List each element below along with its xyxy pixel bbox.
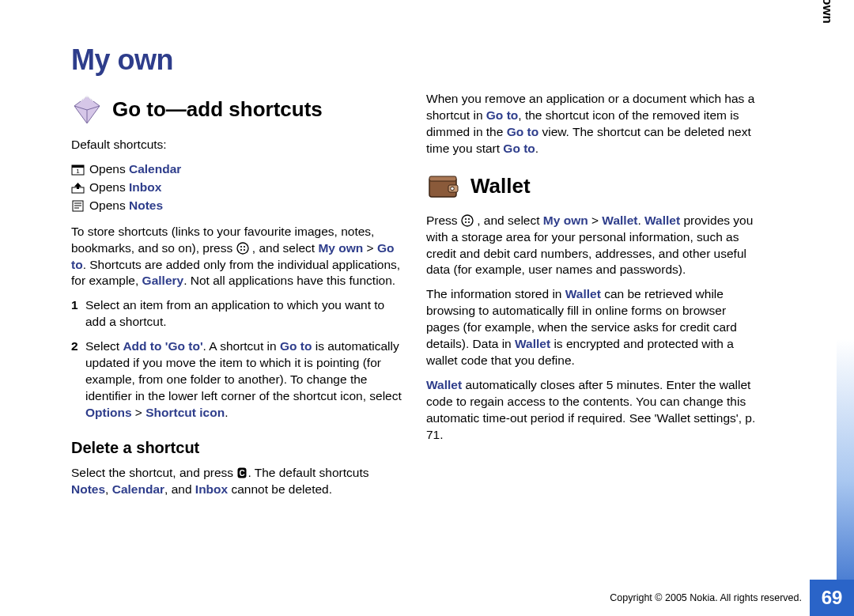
step-1: Select an item from an application to wh… (71, 297, 404, 331)
left-column: Go to—add shortcuts Default shortcuts: 1… (71, 91, 404, 506)
step-2: Select Add to 'Go to'. A shortcut in Go … (71, 338, 404, 421)
goto-paragraph-1: To store shortcuts (links to your favour… (71, 224, 404, 290)
right-column: When you remove an application or a docu… (426, 91, 759, 506)
clear-key-icon: C (236, 467, 248, 479)
goto-steps: Select an item from an application to wh… (71, 297, 404, 421)
wallet-paragraph-2: The information stored in Wallet can be … (426, 286, 759, 369)
wallet-icon (426, 172, 461, 202)
inbox-icon (71, 182, 85, 194)
section-wallet-header: Wallet (426, 172, 759, 202)
page-number: 69 (810, 580, 854, 616)
svg-point-12 (243, 246, 244, 248)
shortcut-row: Opens Inbox (71, 180, 404, 196)
default-shortcuts-list: 1 Opens Calendar Opens Inbox (71, 161, 404, 214)
svg-point-14 (243, 249, 244, 251)
wallet-paragraph-1: Press , and select My own > Wallet. Wall… (426, 213, 759, 279)
section-wallet-title: Wallet (470, 172, 531, 200)
wallet-paragraph-3: Wallet automatically closes after 5 minu… (426, 377, 759, 444)
svg-point-21 (465, 218, 467, 220)
section-goto-header: Go to—add shortcuts (71, 94, 404, 126)
page-title: My own (71, 43, 759, 77)
svg-point-13 (240, 249, 241, 251)
shortcut-row: 1 Opens Calendar (71, 161, 404, 178)
page-content: My own Go to—add shortcuts Default (71, 43, 759, 506)
svg-rect-18 (429, 176, 456, 181)
remove-app-paragraph: When you remove an application or a docu… (426, 91, 759, 157)
delete-shortcut-paragraph: Select the shortcut, and press C. The de… (71, 465, 404, 498)
shortcut-text: Opens Calendar (89, 161, 181, 178)
side-tab-label: My own (819, 0, 835, 24)
svg-point-22 (468, 218, 470, 220)
calendar-icon: 1 (71, 164, 85, 176)
section-goto-title: Go to—add shortcuts (112, 96, 323, 123)
menu-key-icon (461, 214, 474, 227)
shortcut-row: Opens Notes (71, 198, 404, 214)
svg-point-23 (465, 221, 467, 223)
copyright-text: Copyright © 2005 Nokia. All rights reser… (610, 592, 802, 603)
menu-key-icon (236, 242, 249, 255)
svg-text:C: C (240, 469, 245, 478)
default-shortcuts-label: Default shortcuts: (71, 137, 404, 153)
diamond-icon (71, 94, 103, 126)
svg-text:1: 1 (76, 168, 80, 175)
shortcut-text: Opens Inbox (89, 180, 161, 196)
svg-point-20 (451, 187, 455, 191)
side-gradient (837, 0, 854, 616)
notes-icon (71, 200, 85, 212)
shortcut-text: Opens Notes (89, 198, 163, 214)
svg-point-11 (240, 246, 241, 248)
svg-point-24 (468, 221, 470, 223)
delete-shortcut-heading: Delete a shortcut (71, 437, 404, 459)
